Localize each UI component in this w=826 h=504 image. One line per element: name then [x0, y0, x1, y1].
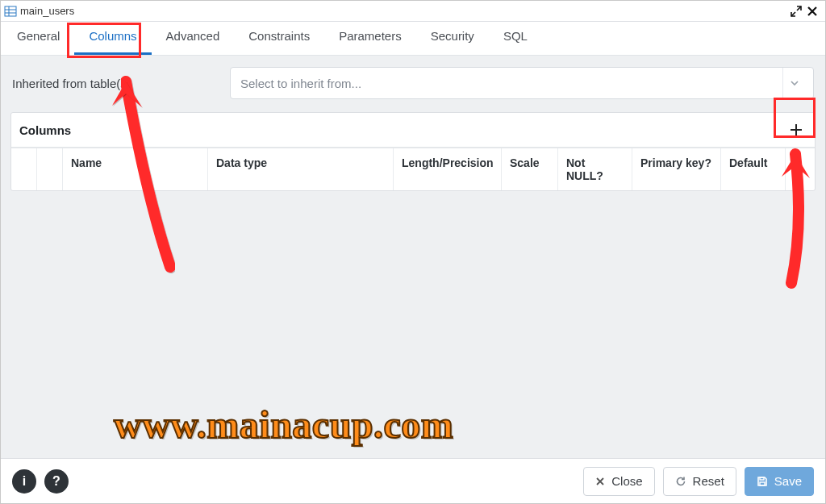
- reset-button[interactable]: Reset: [663, 467, 736, 496]
- col-name: Name: [63, 148, 208, 190]
- col-actions: [786, 148, 815, 190]
- col-scale: Scale: [502, 148, 558, 190]
- col-edit: [37, 148, 63, 190]
- save-button-label: Save: [774, 474, 802, 488]
- close-button[interactable]: Close: [583, 467, 654, 496]
- tab-general[interactable]: General: [2, 21, 74, 55]
- tab-columns[interactable]: Columns: [74, 21, 151, 55]
- info-button[interactable]: i: [12, 469, 36, 494]
- window-title: main_users: [20, 5, 74, 17]
- tab-security[interactable]: Security: [416, 21, 489, 55]
- expand-icon[interactable]: [788, 3, 804, 19]
- col-not-null: Not NULL?: [558, 148, 632, 190]
- inherit-select[interactable]: Select to inherit from...: [230, 67, 814, 99]
- save-icon: [757, 476, 768, 487]
- add-column-button[interactable]: [786, 119, 807, 140]
- col-data-type: Data type: [208, 148, 394, 190]
- close-x-icon: [595, 477, 605, 486]
- help-button[interactable]: ?: [44, 469, 69, 494]
- svg-rect-4: [760, 477, 764, 480]
- close-icon[interactable]: [804, 3, 820, 19]
- reset-button-label: Reset: [693, 474, 724, 488]
- inherit-label: Inherited from table(s): [12, 77, 214, 90]
- table-icon: [4, 5, 17, 18]
- col-primary-key: Primary key?: [632, 148, 721, 190]
- tab-sql[interactable]: SQL: [489, 21, 542, 55]
- columns-section-title: Columns: [19, 123, 71, 137]
- tab-advanced[interactable]: Advanced: [152, 21, 235, 55]
- close-button-label: Close: [611, 474, 642, 488]
- reset-icon: [675, 476, 686, 487]
- tab-constraints[interactable]: Constraints: [234, 21, 324, 55]
- svg-rect-5: [760, 482, 765, 485]
- watermark-text: www.mainacup.com: [114, 402, 453, 447]
- save-button[interactable]: Save: [745, 467, 814, 496]
- col-drag-handle: [11, 148, 37, 190]
- chevron-down-icon: [782, 68, 805, 98]
- svg-rect-0: [5, 6, 16, 16]
- tab-parameters[interactable]: Parameters: [324, 21, 416, 55]
- col-length: Length/Precision: [394, 148, 502, 190]
- inherit-placeholder: Select to inherit from...: [240, 77, 361, 90]
- col-default: Default: [721, 148, 786, 190]
- columns-grid-header: Name Data type Length/Precision Scale No…: [11, 148, 815, 190]
